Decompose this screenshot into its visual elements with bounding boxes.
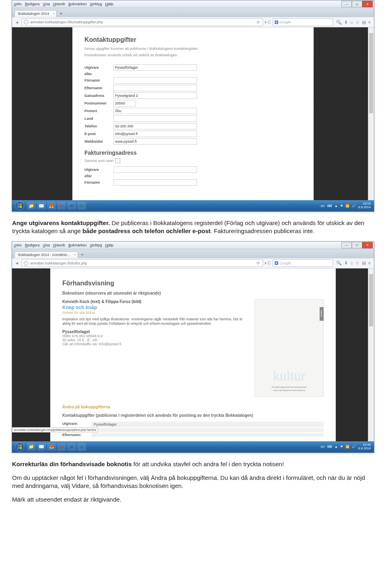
tab-close-icon[interactable]: ×: [53, 12, 55, 15]
maximize-button[interactable]: ▭: [352, 1, 362, 7]
input-telefon[interactable]: [113, 123, 197, 129]
input-fornamn[interactable]: [113, 77, 197, 84]
desc-2: Postadressen används också vid utskick a…: [84, 53, 302, 57]
tray-up-icon[interactable]: ▲: [335, 204, 338, 208]
search-box[interactable]: 8 Google: [273, 18, 333, 26]
reload-icon[interactable]: ⟳: [255, 261, 261, 265]
menu-verktyg[interactable]: Verktyg: [90, 243, 102, 247]
reader-icon[interactable]: ▾ C: [265, 19, 271, 25]
taskbar-firefox-icon[interactable]: 🦊: [47, 443, 56, 451]
tray-up-icon[interactable]: ▲: [335, 445, 338, 449]
link-andra-bokuppgifter[interactable]: Ändra på bokuppgifterna: [62, 405, 324, 409]
tray-lang[interactable]: SV: [320, 445, 325, 449]
reader-icon[interactable]: ▾ C: [265, 260, 271, 266]
taskbar-powerpoint-icon[interactable]: P: [57, 202, 66, 210]
menu-arkiv[interactable]: Arkiv: [14, 2, 22, 6]
taskbar-excel-icon[interactable]: X: [77, 202, 86, 210]
svg-rect-6: [17, 445, 19, 447]
menu-bokmarken[interactable]: Bokmärken: [68, 2, 87, 6]
input-efternamn[interactable]: [113, 85, 197, 91]
list-icon[interactable]: ▤: [362, 260, 366, 266]
browser-tab[interactable]: Bokkatalogen 2014 - Anmälnin... ×: [14, 251, 78, 258]
menu-visa[interactable]: Visa: [43, 243, 50, 247]
taskbar-explorer-icon[interactable]: 📁: [27, 443, 36, 451]
tray-sound-icon[interactable]: 🔊: [352, 445, 356, 449]
minimize-button[interactable]: —: [341, 1, 352, 7]
close-button[interactable]: X: [362, 242, 373, 248]
maximize-button[interactable]: ▭: [352, 242, 362, 248]
tray-clock[interactable]: 10:13 8.8.2014: [358, 202, 371, 209]
tray-network-icon[interactable]: 📶: [345, 445, 349, 449]
back-button[interactable]: ◄: [14, 19, 20, 25]
start-button[interactable]: [14, 442, 26, 452]
input-epost[interactable]: [113, 131, 197, 137]
tab-close-icon[interactable]: ×: [74, 253, 76, 256]
viewport: Förhandsvisning Boknotisen (observera at…: [12, 268, 374, 441]
close-button[interactable]: X: [362, 1, 373, 7]
menu-historik[interactable]: Historik: [53, 2, 65, 6]
new-tab-button[interactable]: +: [57, 10, 65, 17]
browser-tab[interactable]: Bokkatalogen 2014 ×: [14, 10, 57, 17]
tray-network-icon[interactable]: 📶: [345, 204, 349, 208]
search-icon[interactable]: 🔍: [336, 20, 342, 25]
menu-historik[interactable]: Historik: [53, 243, 65, 247]
tray-keyboard-icon[interactable]: ⌨: [327, 204, 332, 208]
taskbar-excel-icon[interactable]: X: [77, 443, 86, 451]
menu-redigera[interactable]: Redigera: [25, 2, 40, 6]
scroll-thumb[interactable]: [369, 33, 373, 113]
taskbar: 📁 ✉️ 🦊 P W X SV ⌨ ▲ ⚑ 📶 🔊 10:13 8.8.2014: [12, 200, 374, 211]
tray-sound-icon[interactable]: 🔊: [352, 204, 356, 208]
scroll-thumb[interactable]: [369, 274, 373, 326]
taskbar-word-icon[interactable]: W: [67, 202, 76, 210]
input-utgivare[interactable]: [113, 64, 197, 71]
tray-keyboard-icon[interactable]: ⌨: [327, 445, 332, 449]
input-fakt-fornamn[interactable]: [113, 179, 197, 186]
start-button[interactable]: [14, 201, 26, 211]
tray-clock[interactable]: 10:48 8.8.2014: [358, 443, 371, 451]
checkbox-samma[interactable]: [115, 158, 120, 163]
tray-flag-icon[interactable]: ⚑: [340, 445, 343, 449]
input-gatuadress[interactable]: [113, 92, 197, 99]
menu-redigera[interactable]: Redigera: [25, 243, 40, 247]
search-box[interactable]: 8 Google: [273, 259, 333, 267]
menu-hjalp[interactable]: Hjälp: [105, 2, 113, 6]
search-icon[interactable]: 🔍: [336, 260, 342, 266]
val-efternamn: [91, 433, 324, 437]
download-icon[interactable]: ⬇: [344, 260, 348, 266]
minimize-button[interactable]: —: [341, 242, 352, 248]
menu-visa[interactable]: Visa: [43, 2, 50, 6]
menu-hjalp[interactable]: Hjälp: [105, 243, 113, 247]
back-button[interactable]: ◄: [14, 260, 20, 266]
tray-flag-icon[interactable]: ⚑: [340, 204, 343, 208]
input-land[interactable]: [113, 115, 197, 122]
menu-icon[interactable]: ≡: [368, 20, 371, 25]
taskbar-thunderbird-icon[interactable]: ✉️: [37, 202, 46, 210]
new-tab-button[interactable]: +: [79, 252, 86, 258]
home-icon[interactable]: ⌂: [350, 260, 353, 266]
bookmark-icon[interactable]: ☆: [355, 260, 359, 266]
list-icon[interactable]: ▤: [362, 20, 366, 25]
url-bar[interactable]: anmalan.bokkatalogen.fi/kontaktuppgifter…: [22, 18, 263, 26]
input-postnummer[interactable]: [113, 100, 136, 107]
scrollbar[interactable]: [368, 268, 374, 441]
taskbar-explorer-icon[interactable]: 📁: [27, 202, 36, 210]
input-fakt-utgivare[interactable]: [113, 166, 197, 173]
home-icon[interactable]: ⌂: [350, 20, 353, 25]
taskbar-powerpoint-icon[interactable]: P: [57, 443, 66, 451]
url-bar[interactable]: anmalan.bokkatalogen.fi/slutfor.php ⟳: [22, 259, 263, 267]
reload-icon[interactable]: ⟳: [255, 20, 261, 25]
download-icon[interactable]: ⬇: [344, 20, 348, 25]
bookmark-icon[interactable]: ☆: [355, 20, 359, 25]
taskbar-thunderbird-icon[interactable]: ✉️: [37, 443, 46, 451]
menu-arkiv[interactable]: Arkiv: [14, 243, 22, 247]
menu-bokmarken[interactable]: Bokmärken: [68, 243, 87, 247]
taskbar-word-icon[interactable]: W: [67, 443, 76, 451]
taskbar-firefox-icon[interactable]: 🦊: [47, 202, 56, 210]
scrollbar[interactable]: [368, 27, 374, 200]
cover-small-1: Ansökningsguide för kulturexport: [271, 386, 306, 389]
menu-icon[interactable]: ≡: [368, 260, 371, 266]
input-webbsidor[interactable]: [113, 138, 197, 145]
menu-verktyg[interactable]: Verktyg: [90, 2, 102, 6]
input-postort[interactable]: [113, 108, 197, 114]
tray-lang[interactable]: SV: [320, 204, 325, 208]
